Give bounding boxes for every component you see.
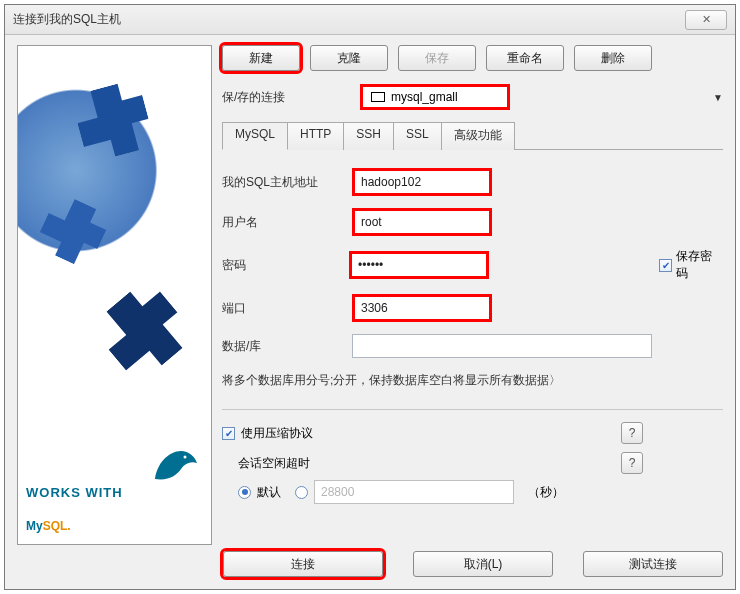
dolphin-icon xyxy=(151,445,199,485)
idle-default-label: 默认 xyxy=(257,484,281,501)
save-password-label: 保存密码 xyxy=(676,248,723,282)
chevron-down-icon[interactable]: ▼ xyxy=(713,92,723,103)
idle-custom-radio[interactable] xyxy=(295,486,308,499)
main-panel: 新建 克隆 保存 重命名 删除 保/存的连接 mysql_gmall ▼ xyxy=(222,45,723,545)
works-with-text: WORKS WITH xyxy=(26,485,203,500)
host-input[interactable] xyxy=(352,168,492,196)
window-title: 连接到我的SQL主机 xyxy=(13,11,121,28)
new-button[interactable]: 新建 xyxy=(222,45,300,71)
saved-connection-value: mysql_gmall xyxy=(391,90,458,104)
bottom-bar: 连接 取消(L) 测试连接 xyxy=(17,551,723,577)
database-hint: 将多个数据库用分号;分开，保持数据库空白将显示所有数据据〉 xyxy=(222,372,723,389)
tab-ssh[interactable]: SSH xyxy=(343,122,394,150)
tab-http[interactable]: HTTP xyxy=(287,122,344,150)
host-label: 我的SQL主机地址 xyxy=(222,174,352,191)
test-connection-button[interactable]: 测试连接 xyxy=(583,551,723,577)
tab-bar: MySQL HTTP SSH SSL 高级功能 xyxy=(222,121,723,150)
username-input[interactable] xyxy=(352,208,492,236)
mysql-logo: WORKS WITH MySQL. xyxy=(26,485,203,536)
compress-label: 使用压缩协议 xyxy=(241,425,313,442)
titlebar: 连接到我的SQL主机 ✕ xyxy=(5,5,735,35)
help-compress-button[interactable]: ? xyxy=(621,422,643,444)
close-button[interactable]: ✕ xyxy=(685,10,727,30)
tab-advanced[interactable]: 高级功能 xyxy=(441,122,515,150)
compress-checkbox[interactable]: ✔ xyxy=(222,427,235,440)
database-label: 数据/库 xyxy=(222,338,352,355)
dialog-window: 连接到我的SQL主机 ✕ WORKS WITH MySQL. xyxy=(4,4,736,590)
cancel-button[interactable]: 取消(L) xyxy=(413,551,553,577)
password-input[interactable] xyxy=(349,251,489,279)
saved-connection-combo[interactable]: mysql_gmall ▼ xyxy=(360,85,723,109)
user-label: 用户名 xyxy=(222,214,352,231)
idle-timeout-label: 会话空闲超时 xyxy=(238,455,352,472)
tab-ssl[interactable]: SSL xyxy=(393,122,442,150)
save-button[interactable]: 保存 xyxy=(398,45,476,71)
port-label: 端口 xyxy=(222,300,352,317)
tab-mysql[interactable]: MySQL xyxy=(222,122,288,150)
rename-button[interactable]: 重命名 xyxy=(486,45,564,71)
help-idle-button[interactable]: ? xyxy=(621,452,643,474)
idle-default-radio[interactable] xyxy=(238,486,251,499)
password-label: 密码 xyxy=(222,257,349,274)
idle-custom-input[interactable]: 28800 xyxy=(314,480,514,504)
database-input[interactable] xyxy=(352,334,652,358)
logo-my: My xyxy=(26,519,43,533)
saved-connection-label: 保/存的连接 xyxy=(222,89,342,106)
seconds-label: （秒） xyxy=(528,484,564,501)
delete-button[interactable]: 删除 xyxy=(574,45,652,71)
port-input[interactable] xyxy=(352,294,492,322)
clone-button[interactable]: 克隆 xyxy=(310,45,388,71)
logo-sql: SQL xyxy=(43,519,68,533)
svg-point-0 xyxy=(184,456,187,459)
sidebar-illustration: WORKS WITH MySQL. xyxy=(17,45,212,545)
save-password-checkbox[interactable]: ✔ xyxy=(659,259,672,272)
connection-icon xyxy=(371,92,385,102)
connect-button[interactable]: 连接 xyxy=(223,551,383,577)
